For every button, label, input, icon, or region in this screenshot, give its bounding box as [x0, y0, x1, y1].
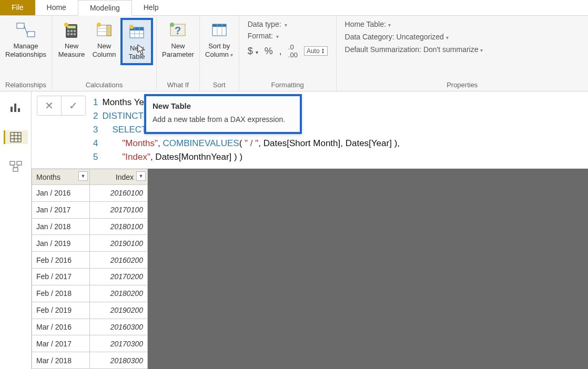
cell-index[interactable]: 20170200 — [90, 269, 148, 285]
svg-point-11 — [64, 23, 68, 27]
new-parameter-icon: ? — [168, 20, 188, 40]
svg-rect-1 — [27, 32, 35, 37]
cell-index[interactable]: 20160200 — [90, 252, 148, 269]
work-area: New Table Add a new table from a DAX exp… — [32, 91, 588, 369]
table-row[interactable]: Jan / 201720170100 — [32, 201, 148, 218]
table-row[interactable]: Feb / 201820180200 — [32, 285, 148, 302]
group-label-properties: Properties — [340, 80, 585, 91]
column-header-index[interactable]: Index ▼ — [90, 169, 148, 185]
cell-months[interactable]: Jan / 2017 — [32, 201, 90, 218]
svg-point-25 — [170, 23, 174, 27]
table-row[interactable]: Mar / 201820180300 — [32, 352, 148, 369]
cell-months[interactable]: Mar / 2018 — [32, 352, 90, 369]
report-view-button[interactable] — [8, 101, 24, 115]
new-measure-button[interactable]: New Measure — [55, 18, 88, 61]
data-category-dropdown[interactable]: Data Category: Uncategorized — [345, 33, 483, 41]
cell-months[interactable]: Feb / 2019 — [32, 302, 90, 319]
tab-file[interactable]: File — [0, 0, 35, 15]
column-header-months[interactable]: Months ▼ — [32, 169, 90, 185]
new-measure-icon — [62, 20, 82, 40]
chevron-down-icon — [480, 45, 483, 54]
new-parameter-label: New Parameter — [162, 42, 194, 59]
svg-point-16 — [97, 23, 101, 27]
svg-rect-31 — [14, 104, 16, 112]
new-table-button[interactable]: New Table — [120, 18, 153, 65]
cell-index[interactable]: 20180100 — [90, 218, 148, 235]
svg-rect-33 — [11, 132, 21, 142]
cell-index[interactable]: 20160100 — [90, 185, 148, 202]
cell-months[interactable]: Jan / 2016 — [32, 185, 90, 202]
comma-format-button[interactable]: , — [279, 46, 282, 57]
percent-format-button[interactable]: % — [265, 46, 273, 57]
svg-rect-4 — [67, 26, 76, 28]
group-label-calculations: Calculations — [55, 80, 153, 91]
cell-index[interactable]: 20160300 — [90, 319, 148, 335]
svg-line-42 — [16, 165, 19, 168]
formula-commit-button[interactable]: ✓ — [61, 96, 85, 115]
svg-rect-9 — [70, 33, 73, 35]
ribbon-group-relationships: Manage Relationships Relationships — [0, 16, 52, 91]
table-row[interactable]: Jan / 201920190100 — [32, 235, 148, 252]
sort-by-column-button[interactable]: Sort by Column — [203, 18, 236, 62]
table-row[interactable]: Jan / 201620160100 — [32, 185, 148, 202]
data-grid[interactable]: Months ▼ Index ▼ Jan / 201620160100Jan /… — [32, 169, 148, 369]
ribbon-tabs: File Home Modeling Help — [0, 0, 588, 16]
table-row[interactable]: Feb / 201620160200 — [32, 252, 148, 269]
svg-rect-8 — [67, 33, 69, 35]
cell-months[interactable]: Jan / 2019 — [32, 235, 90, 252]
svg-rect-30 — [11, 107, 13, 112]
ribbon-group-formatting: Data type: Format: $ ▾ % , .0.00 Auto ▲▼… — [239, 16, 337, 91]
ribbon-group-calculations: New Measure New Column New Table Calcula… — [52, 16, 157, 91]
cell-months[interactable]: Mar / 2017 — [32, 335, 90, 352]
decimal-places-stepper[interactable]: Auto ▲▼ — [304, 46, 328, 56]
new-parameter-button[interactable]: ? New Parameter — [160, 18, 196, 61]
formula-cancel-button[interactable]: ✕ — [37, 96, 61, 115]
model-view-button[interactable] — [8, 160, 24, 173]
table-row[interactable]: Mar / 201720170300 — [32, 335, 148, 352]
column-filter-button[interactable]: ▼ — [136, 171, 146, 181]
tab-home[interactable]: Home — [35, 0, 78, 15]
svg-rect-5 — [67, 30, 69, 32]
cell-months[interactable]: Feb / 2017 — [32, 269, 90, 285]
column-filter-button[interactable]: ▼ — [78, 171, 88, 181]
cell-months[interactable]: Feb / 2016 — [32, 252, 90, 269]
new-column-button[interactable]: New Column — [88, 18, 120, 61]
tab-modeling[interactable]: Modeling — [78, 0, 132, 16]
svg-rect-6 — [70, 30, 73, 32]
tab-help[interactable]: Help — [132, 0, 170, 15]
new-measure-label: New Measure — [58, 42, 85, 59]
manage-relationships-button[interactable]: Manage Relationships — [3, 18, 48, 61]
cell-index[interactable]: 20170100 — [90, 201, 148, 218]
chevron-down-icon — [446, 33, 449, 41]
new-table-icon — [127, 22, 147, 42]
format-dropdown[interactable]: Format: — [248, 32, 328, 40]
cell-index[interactable]: 20190200 — [90, 302, 148, 319]
line-gutter: 1 2 3 4 5 — [91, 96, 102, 164]
data-view-button[interactable] — [4, 130, 28, 144]
group-label-sort: Sort — [203, 80, 236, 91]
cell-index[interactable]: 20180200 — [90, 285, 148, 302]
left-rail — [0, 91, 32, 369]
table-row[interactable]: Jan / 201820180100 — [32, 218, 148, 235]
ribbon-group-sort: Sort by Column Sort — [200, 16, 239, 91]
ribbon-body: Manage Relationships Relationships New M… — [0, 16, 588, 91]
cell-months[interactable]: Mar / 2016 — [32, 319, 90, 335]
currency-format-button[interactable]: $ ▾ — [248, 46, 258, 57]
table-row[interactable]: Feb / 201920190200 — [32, 302, 148, 319]
svg-rect-13 — [107, 25, 111, 36]
sort-by-column-icon — [209, 20, 229, 40]
manage-relationships-label: Manage Relationships — [5, 42, 46, 59]
cell-months[interactable]: Feb / 2018 — [32, 285, 90, 302]
table-row[interactable]: Feb / 201720170200 — [32, 269, 148, 285]
default-summarization-dropdown[interactable]: Default Summarization: Don't summarize — [345, 45, 483, 54]
home-table-dropdown[interactable]: Home Table: — [345, 20, 483, 28]
svg-rect-40 — [13, 168, 18, 171]
table-row[interactable]: Mar / 201620160300 — [32, 319, 148, 335]
cell-index[interactable]: 20190100 — [90, 235, 148, 252]
new-column-label: New Column — [93, 42, 116, 59]
data-type-dropdown[interactable]: Data type: — [248, 20, 328, 28]
cell-index[interactable]: 20180300 — [90, 352, 148, 369]
cell-index[interactable]: 20170300 — [90, 335, 148, 352]
group-label-whatif: What If — [160, 80, 196, 91]
cell-months[interactable]: Jan / 2018 — [32, 218, 90, 235]
